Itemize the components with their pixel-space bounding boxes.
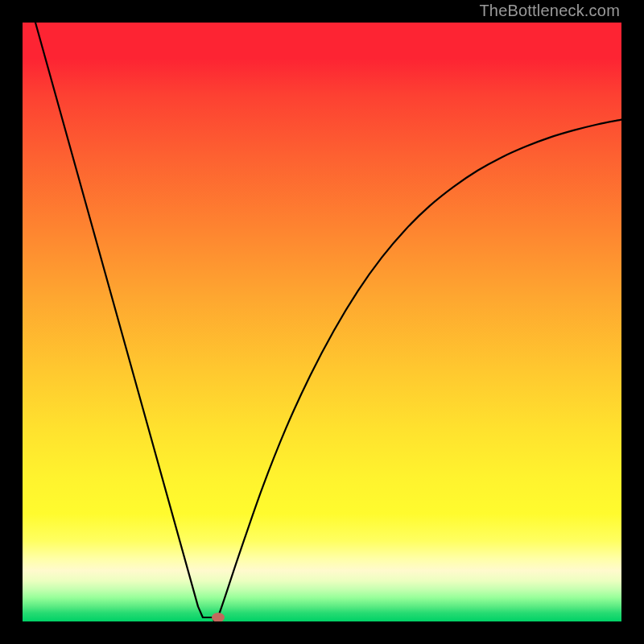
optimal-point-marker [212,613,225,621]
curve-layer [23,23,621,621]
chart-frame: TheBottleneck.com [0,0,644,644]
plot-area [23,23,621,621]
watermark-text: TheBottleneck.com [479,2,620,20]
bottleneck-curve [35,23,621,621]
